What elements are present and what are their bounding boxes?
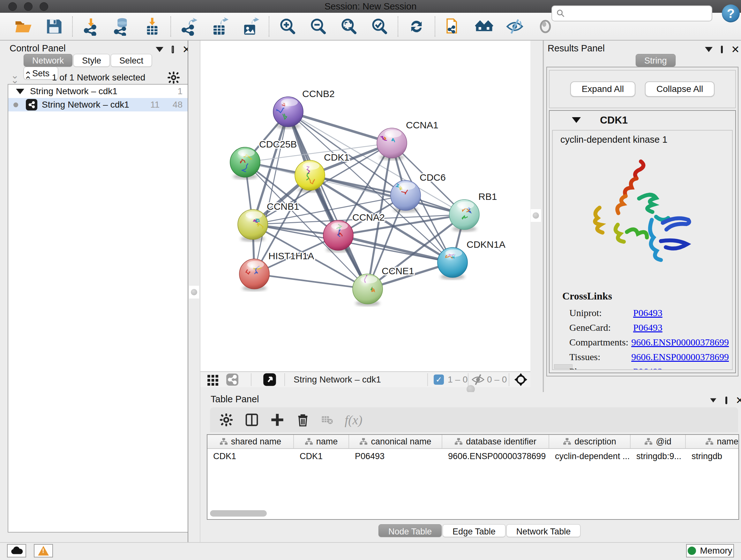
table-hscrollbar[interactable] (209, 509, 737, 518)
network-node-CCNB1[interactable] (238, 209, 268, 242)
network-node-CDC6[interactable] (391, 180, 421, 212)
hide-eye-button[interactable] (505, 17, 525, 37)
horizontal-scrollbar[interactable] (554, 364, 572, 369)
tab-edge-table[interactable]: Edge Table (443, 524, 506, 537)
column-header-description[interactable]: description (549, 435, 630, 448)
columns-icon[interactable] (245, 413, 259, 427)
expand-all-button[interactable]: Expand All (570, 81, 635, 97)
import-network-file-button[interactable] (81, 17, 101, 37)
crosslink-link[interactable]: P06493 (633, 322, 663, 333)
minimize-window-button[interactable] (24, 2, 32, 11)
panel-menu-icon[interactable] (705, 47, 713, 52)
network-canvas[interactable]: CCNB2CCNA1CDC25BCDK1CDC6RB1CCNB1CCNA2CDK… (200, 41, 530, 371)
table-cell[interactable]: 9606.ENSP00000378699 (442, 449, 549, 463)
grid-view-button[interactable] (207, 372, 219, 387)
scrollbar-thumb[interactable] (210, 510, 267, 516)
table-cell[interactable]: cyclin-dependent ... (549, 449, 630, 463)
left-splitter-handle[interactable] (189, 286, 199, 299)
network-row[interactable]: String Network – cdk1 11 48 (8, 98, 190, 111)
plus-icon[interactable] (270, 413, 285, 427)
column-header-name[interactable]: name (294, 435, 349, 448)
column-header-namespace[interactable]: namespace (686, 435, 739, 448)
zoom-fit-button[interactable] (339, 17, 359, 37)
float-panel-icon[interactable] (725, 396, 727, 404)
export-image-button[interactable] (241, 17, 260, 37)
table-cell[interactable]: P06493 (349, 449, 442, 463)
table-row[interactable]: CDK1CDK1P064939606.ENSP00000378699cyclin… (207, 449, 738, 463)
table-cell[interactable]: CDK1 (294, 449, 349, 463)
zoom-out-button[interactable] (308, 17, 328, 37)
network-node-CDK1[interactable] (295, 160, 325, 192)
open-in-window-button[interactable] (263, 372, 276, 387)
tab-select[interactable]: Select (111, 54, 152, 67)
expander-icon[interactable] (16, 89, 24, 94)
crosslink-link[interactable]: 9606.ENSP00000378699 (631, 352, 729, 362)
import-table-button[interactable] (142, 17, 162, 37)
function-icon[interactable]: f(x) (345, 413, 362, 428)
right-splitter-handle[interactable] (531, 209, 541, 222)
panel-menu-icon[interactable] (710, 398, 716, 402)
close-panel-icon[interactable]: ✕ (736, 395, 741, 406)
network-graph[interactable]: CCNB2CCNA1CDC25BCDK1CDC6RB1CCNB1CCNA2CDK… (200, 41, 530, 371)
save-session-button[interactable] (44, 17, 64, 37)
zoom-window-button[interactable] (40, 2, 48, 11)
houses-button[interactable] (474, 17, 494, 37)
float-panel-icon[interactable] (721, 46, 723, 53)
network-node-RB1[interactable] (449, 199, 479, 232)
panel-menu-icon[interactable] (156, 47, 163, 52)
column-header-shared-name[interactable]: shared name (207, 435, 294, 448)
tab-string[interactable]: String (636, 54, 676, 67)
expander-icon[interactable] (572, 117, 581, 123)
expand-all-icon[interactable]: ⌃⌃ (24, 73, 30, 82)
float-panel-icon[interactable] (172, 46, 174, 53)
zoom-in-button[interactable] (278, 17, 297, 37)
column-header-canonical-name[interactable]: canonical name (349, 435, 442, 448)
node-table[interactable]: shared namenamecanonical namedatabase id… (207, 434, 739, 520)
gear-icon[interactable] (219, 413, 233, 427)
export-table-button[interactable] (210, 17, 230, 37)
memory-button[interactable]: Memory (686, 544, 734, 557)
network-node-CCNE1[interactable] (353, 274, 383, 306)
collapse-all-icon[interactable]: ⌄⌄ (11, 73, 17, 82)
birdseye-button[interactable] (514, 372, 528, 387)
close-panel-icon[interactable]: ✕ (731, 44, 740, 55)
table-cell[interactable]: stringdb (686, 449, 739, 463)
left-splitter[interactable] (188, 41, 200, 542)
share-view-button[interactable] (226, 372, 239, 387)
tab-network[interactable]: Network (23, 54, 72, 67)
search-input[interactable] (568, 7, 712, 20)
tab-network-table[interactable]: Network Table (507, 524, 581, 537)
cloud-button[interactable] (7, 544, 26, 557)
table-cell[interactable]: CDK1 (207, 449, 294, 463)
network-node-CDKN1A[interactable] (437, 247, 468, 280)
tab-node-table[interactable]: Node Table (379, 524, 442, 537)
close-window-button[interactable] (8, 2, 17, 11)
zoom-selected-button[interactable] (369, 17, 389, 37)
import-network-database-button[interactable] (112, 17, 131, 37)
trash-icon[interactable] (295, 413, 310, 427)
crosslink-link[interactable]: P06493 (633, 307, 663, 318)
table-cell[interactable]: stringdb:9... (630, 449, 686, 463)
network-edge[interactable] (254, 274, 367, 289)
help-button[interactable]: ? (722, 4, 740, 22)
warning-button[interactable] (34, 544, 53, 557)
export-network-button[interactable] (179, 17, 199, 37)
network-collection-row[interactable]: String Network – cdk1 1 (8, 84, 190, 98)
network-node-HIST1H1A[interactable] (239, 259, 269, 291)
open-session-button[interactable] (13, 17, 33, 37)
network-edge[interactable] (338, 235, 453, 262)
column-header--id[interactable]: @id (630, 435, 686, 448)
file-network-button[interactable] (444, 17, 463, 37)
gene-section-header[interactable]: CDK1 (549, 111, 735, 129)
network-node-CDC25B[interactable] (230, 147, 260, 179)
gear-icon[interactable] (167, 71, 180, 84)
selected-checkbox[interactable]: ✓ (434, 372, 444, 387)
crosslink-link[interactable]: 9606.ENSP00000378699 (631, 337, 729, 348)
column-header-database-identifier[interactable]: database identifier (442, 435, 549, 448)
network-edge[interactable] (288, 112, 392, 143)
crosslink-link[interactable]: P06493 (633, 366, 663, 370)
tab-style[interactable]: Style (73, 54, 110, 67)
refresh-button[interactable] (407, 17, 426, 37)
clear-table-icon[interactable] (321, 414, 334, 426)
collapse-all-button[interactable]: Collapse All (645, 81, 715, 97)
